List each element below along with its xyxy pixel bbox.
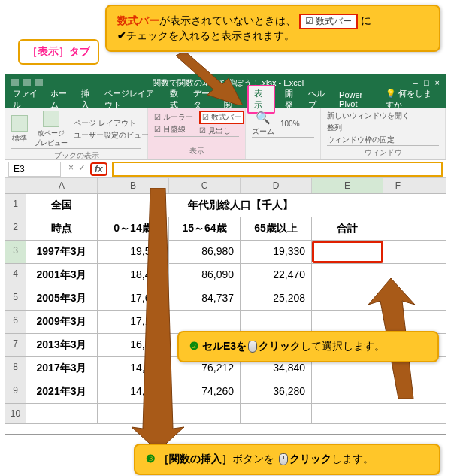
arrow-to-fx xyxy=(128,188,188,444)
zoom-icon[interactable]: 🔍 xyxy=(256,111,271,125)
insert-function-button[interactable]: fx xyxy=(90,162,107,176)
cancel-icon[interactable]: × xyxy=(68,162,74,176)
redo-icon[interactable] xyxy=(35,79,43,86)
svg-marker-0 xyxy=(176,53,244,105)
freeze-panes[interactable]: ウィンドウ枠の固定 xyxy=(327,135,395,145)
cell-A1[interactable]: 全国 xyxy=(26,194,98,217)
row-3: 3 1997年3月 19,560 86,980 19,330 xyxy=(5,241,446,264)
group-zoom: 🔍ズーム 100% xyxy=(246,108,321,159)
cell-E3-selected[interactable] xyxy=(312,241,383,263)
group-show: ☑ ルーラー ☑ 目盛線 ☑ 数式バー ☑ 見出し 表示 xyxy=(148,108,246,159)
col-F[interactable]: F xyxy=(383,178,413,193)
callout-red-text: 数式バー xyxy=(117,14,159,26)
pagebreak-icon[interactable] xyxy=(43,111,59,127)
formula-bar-row: E3 × ✓ fx xyxy=(5,160,446,178)
callout-step-2: ❷ セルE3をクリックして選択します。 xyxy=(177,331,439,362)
mouse-icon xyxy=(248,341,257,353)
col-D[interactable]: D xyxy=(241,178,312,193)
row-1: 1 全国 年代別総人口【千人】 xyxy=(5,194,446,217)
row-10: 10 xyxy=(5,404,446,424)
tab-powerpivot[interactable]: Power Pivot xyxy=(339,90,376,108)
group-book-view: 標準 改ページ プレビュー ページ レイアウト ユーザー設定のビュー ブックの表… xyxy=(5,108,148,159)
name-box[interactable]: E3 xyxy=(8,162,61,177)
customview-btn[interactable]: ユーザー設定のビュー xyxy=(74,130,149,141)
select-all-corner[interactable] xyxy=(5,178,26,193)
arrow-to-view-tab xyxy=(173,53,248,105)
window-controls[interactable]: –□× xyxy=(413,78,440,87)
row-hdr-1[interactable]: 1 xyxy=(5,194,26,217)
arrange-all[interactable]: 整列 xyxy=(327,123,342,133)
pagelayout-btn[interactable]: ページ レイアウト xyxy=(74,118,149,129)
chk-ruler[interactable]: ☑ ルーラー xyxy=(154,112,193,123)
maximize-icon[interactable]: □ xyxy=(424,78,429,87)
column-headers: A B C D E F xyxy=(5,178,446,194)
save-icon[interactable] xyxy=(11,79,19,86)
close-icon[interactable]: × xyxy=(435,78,440,87)
qat[interactable] xyxy=(11,79,43,86)
ribbon: 標準 改ページ プレビュー ページ レイアウト ユーザー設定のビュー ブックの表… xyxy=(5,108,446,160)
view-tab-label: ［表示］タブ xyxy=(18,39,99,65)
chk-gridlines[interactable]: ☑ 目盛線 xyxy=(154,124,193,135)
mouse-icon xyxy=(279,453,288,465)
col-E[interactable]: E xyxy=(312,178,383,193)
new-window[interactable]: 新しいウィンドウを開く xyxy=(327,111,410,121)
callout-step-3: ❸ ［関数の挿入］ボタンを クリックします。 xyxy=(134,444,440,475)
group-window: 新しいウィンドウを開く 整列 ウィンドウ枠の固定 ウィンドウ xyxy=(321,108,446,159)
formula-input[interactable] xyxy=(112,162,443,177)
step-num-2: ❷ xyxy=(189,340,199,352)
row-2: 2 時点 0～14歳 15～64歳 65歳以上 合計 xyxy=(5,217,446,241)
zoom-100[interactable]: 100% xyxy=(280,120,300,128)
step-num-3: ❸ xyxy=(146,453,156,465)
checkbox-sample: ☑ 数式バー xyxy=(299,14,358,29)
callout-formula-bar-tip: 数式バーが表示されていないときは、 ☑ 数式バー に ✔チェックを入れると表示さ… xyxy=(105,5,440,52)
chk-formula-bar[interactable]: ☑ 数式バー xyxy=(199,111,244,124)
minimize-icon[interactable]: – xyxy=(413,78,418,87)
enter-icon[interactable]: ✓ xyxy=(78,162,86,176)
undo-icon[interactable] xyxy=(23,79,31,86)
svg-marker-1 xyxy=(132,188,184,444)
col-A[interactable]: A xyxy=(26,178,98,193)
normal-view-icon[interactable] xyxy=(11,115,28,132)
chk-headings[interactable]: ☑ 見出し xyxy=(199,126,244,136)
